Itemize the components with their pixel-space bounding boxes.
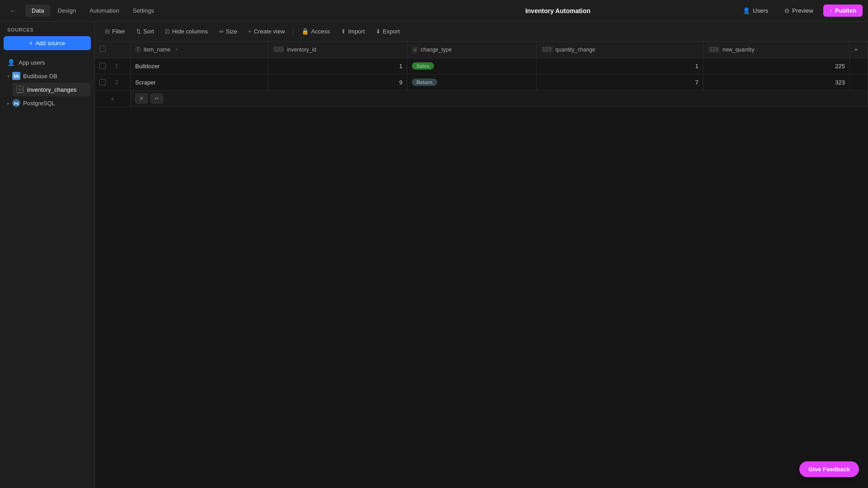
add-row-buttons-cell: ✕ ↵ [131, 90, 868, 107]
confirm-row-button[interactable]: ↵ [151, 94, 163, 103]
number-type-icon-2: 123 [541, 46, 553, 53]
chevron-down-icon: ▾ [7, 74, 9, 79]
export-button[interactable]: ⬇ Export [371, 26, 405, 37]
tab-automation[interactable]: Automation [83, 5, 126, 17]
row-2-num: 2 [108, 79, 126, 85]
table-row: 1 Bulldozer 1 Sales 1 225 [95, 58, 868, 74]
col-header-quantity-change[interactable]: 123 quantity_change [536, 42, 703, 58]
sidebar-item-postgresql[interactable]: ▸ pg PostgreSQL [4, 96, 91, 110]
row-1-inventory-id[interactable]: 1 [268, 58, 407, 74]
hide-columns-button[interactable]: ⊡ Hide columns [160, 26, 212, 37]
row-2-item-name[interactable]: Scraper [131, 74, 268, 90]
clear-row-button[interactable]: ✕ [135, 94, 148, 103]
tab-data[interactable]: Data [25, 5, 50, 17]
preview-icon: ⊙ [784, 7, 789, 14]
publish-button[interactable]: ↑ Publish [823, 5, 863, 17]
add-row-icon[interactable]: + [175, 47, 178, 53]
sidebar-item-inventory-changes[interactable]: inventory_changes [13, 83, 91, 96]
sidebar-item-budibase-db[interactable]: ▾ bb Budibase DB [4, 69, 91, 83]
add-row-plus-icon[interactable]: + [111, 95, 115, 103]
table-container: T item_name + 123 inventory_id [95, 42, 868, 488]
row-1-item-name[interactable]: Bulldozer [131, 58, 268, 74]
number-type-icon-1: 123 [273, 46, 284, 53]
chevron-right-icon: ▸ [7, 101, 9, 106]
access-button[interactable]: 🔒 Access [297, 26, 335, 37]
sidebar-title: Sources [4, 27, 91, 36]
export-icon: ⬇ [376, 28, 381, 35]
sidebar-item-app-users[interactable]: 👤 App users [4, 56, 91, 69]
data-table: T item_name + 123 inventory_id [95, 42, 868, 107]
select-all-checkbox[interactable] [99, 46, 106, 52]
add-icon: + [29, 40, 33, 47]
col-header-new-quantity[interactable]: 123 new_quantity [703, 42, 850, 58]
tab-design[interactable]: Design [51, 5, 82, 17]
hide-columns-icon: ⊡ [165, 28, 170, 35]
sales-badge: Sales [412, 62, 434, 70]
create-view-button[interactable]: + Create view [244, 26, 289, 37]
number-type-icon-3: 123 [708, 46, 720, 53]
size-button[interactable]: ⇔ Size [214, 26, 242, 37]
access-icon: 🔒 [302, 28, 309, 35]
sidebar: Sources + Add source 👤 App users ▾ bb Bu… [0, 22, 95, 488]
row-2-checkbox-cell[interactable]: 2 [95, 74, 131, 90]
row-1-extra [850, 58, 868, 74]
sidebar-db-children: inventory_changes [4, 83, 91, 96]
import-button[interactable]: ⬆ Import [336, 26, 369, 37]
return-badge: Return [412, 79, 437, 86]
add-row: + ✕ ↵ [95, 90, 868, 107]
table-icon [16, 86, 24, 93]
size-icon: ⇔ [219, 28, 224, 35]
users-button[interactable]: 👤 Users [736, 5, 774, 17]
row-2-quantity-change[interactable]: 7 [536, 74, 703, 90]
sort-button[interactable]: ⇅ Sort [132, 26, 159, 37]
create-view-icon: + [248, 28, 252, 35]
topnav-tabs: Data Design Automation Settings [25, 5, 379, 17]
filter-button[interactable]: ⊟ Filter [100, 26, 130, 37]
tab-settings[interactable]: Settings [127, 5, 160, 17]
back-button[interactable]: ← [5, 4, 20, 18]
sort-icon: ⇅ [136, 28, 141, 35]
topnav-right: 👤 Users ⊙ Preview ↑ Publish [736, 5, 863, 17]
row-1-quantity-change[interactable]: 1 [536, 58, 703, 74]
add-source-button[interactable]: + Add source [4, 36, 91, 50]
postgres-icon: pg [12, 99, 20, 107]
row-1-checkbox-cell[interactable]: 1 [95, 58, 131, 74]
import-icon: ⬆ [341, 28, 346, 35]
add-column-button[interactable]: + [850, 42, 868, 58]
preview-button[interactable]: ⊙ Preview [778, 5, 819, 17]
toolbar-divider [293, 27, 293, 36]
add-row-actions: ✕ ↵ [135, 94, 863, 103]
app-title: Inventory Automation [381, 7, 735, 14]
row-2-checkbox[interactable] [99, 79, 106, 85]
budibase-db-icon: bb [12, 72, 20, 80]
toolbar: ⊟ Filter ⇅ Sort ⊡ Hide columns ⇔ Size + … [95, 22, 868, 42]
row-2-change-type[interactable]: Return [407, 74, 537, 90]
checkbox-header[interactable] [95, 42, 131, 58]
text-type-icon: T [135, 46, 141, 53]
col-header-change-type[interactable]: ≡ change_type [407, 42, 537, 58]
give-feedback-button[interactable]: Give Feedback [799, 461, 859, 477]
main-content: ⊟ Filter ⇅ Sort ⊡ Hide columns ⇔ Size + … [95, 22, 868, 488]
table-row: 2 Scraper 9 Return 7 323 [95, 74, 868, 90]
row-1-change-type[interactable]: Sales [407, 58, 537, 74]
topnav: ← Data Design Automation Settings Invent… [0, 0, 868, 22]
row-2-extra [850, 74, 868, 90]
app-users-icon: 👤 [7, 59, 15, 66]
select-type-icon: ≡ [412, 46, 418, 53]
add-row-plus-cell[interactable]: + [95, 90, 131, 107]
row-2-new-quantity[interactable]: 323 [703, 74, 850, 90]
publish-icon: ↑ [830, 7, 833, 14]
users-icon: 👤 [743, 7, 750, 14]
row-1-checkbox[interactable] [99, 63, 106, 69]
filter-icon: ⊟ [105, 28, 110, 35]
row-1-num: 1 [108, 63, 126, 69]
col-header-inventory-id[interactable]: 123 inventory_id [268, 42, 407, 58]
row-1-new-quantity[interactable]: 225 [703, 58, 850, 74]
row-2-inventory-id[interactable]: 9 [268, 74, 407, 90]
col-header-item-name[interactable]: T item_name + [131, 42, 268, 58]
body-wrap: Sources + Add source 👤 App users ▾ bb Bu… [0, 22, 868, 488]
